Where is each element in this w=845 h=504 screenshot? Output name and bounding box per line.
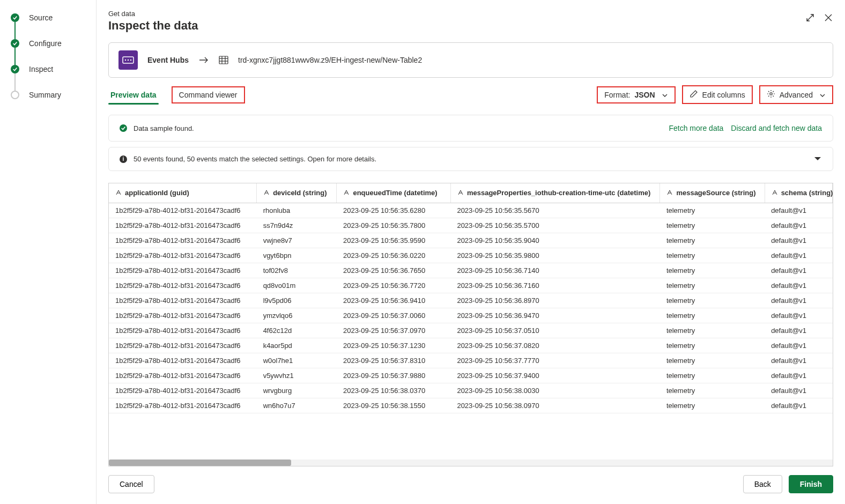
table-row[interactable]: 1b2f5f29-a78b-4012-bf31-2016473cadf6k4ao… <box>109 338 833 353</box>
tab-preview-data[interactable]: Preview data <box>108 86 159 103</box>
table-cell: default@v1 <box>765 338 832 353</box>
advanced-dropdown[interactable]: Advanced <box>759 85 833 104</box>
table-cell: k4aor5pd <box>257 338 337 353</box>
column-header[interactable]: messageSource (string) <box>660 183 765 203</box>
table-cell: default@v1 <box>765 218 832 233</box>
table-cell: 2023-09-25 10:56:38.1550 <box>337 398 450 413</box>
source-name: Event Hubs <box>147 56 189 64</box>
format-dropdown[interactable]: Format: JSON <box>597 86 675 103</box>
format-value: JSON <box>634 91 655 99</box>
table-cell: 1b2f5f29-a78b-4012-bf31-2016473cadf6 <box>109 233 257 248</box>
table-cell: 2023-09-25 10:56:38.0970 <box>450 398 659 413</box>
gear-icon <box>767 90 775 100</box>
data-table: applicationId (guid)deviceId (string)enq… <box>108 183 833 466</box>
table-row[interactable]: 1b2f5f29-a78b-4012-bf31-2016473cadf6vwjn… <box>109 233 833 248</box>
svg-point-1 <box>125 60 126 61</box>
footer: Cancel Back Finish <box>108 466 833 504</box>
step-label: Source <box>29 13 53 22</box>
page-title: Inspect the data <box>108 19 198 33</box>
arrow-right-icon <box>198 56 209 64</box>
table-row[interactable]: 1b2f5f29-a78b-4012-bf31-2016473cadf6wn6h… <box>109 398 833 413</box>
table-cell: vgyt6bpn <box>257 248 337 263</box>
table-cell: rhonluba <box>257 203 337 218</box>
back-button[interactable]: Back <box>743 475 782 493</box>
column-header[interactable]: schema (string) <box>765 183 832 203</box>
table-cell: v5ywvhz1 <box>257 368 337 383</box>
table-cell: 1b2f5f29-a78b-4012-bf31-2016473cadf6 <box>109 383 257 398</box>
source-bar: Event Hubs trd-xgnxc7jjgt881wwv8w.z9/EH-… <box>108 42 833 78</box>
table-cell: 2023-09-25 10:56:36.8970 <box>450 293 659 308</box>
column-header[interactable]: applicationId (guid) <box>109 183 257 203</box>
column-type-icon <box>666 189 673 197</box>
expand-icon[interactable] <box>805 13 815 24</box>
check-icon <box>120 124 127 132</box>
column-header[interactable]: messageProperties_iothub-creation-time-u… <box>450 183 659 203</box>
table-row[interactable]: 1b2f5f29-a78b-4012-bf31-2016473cadf6ymzv… <box>109 308 833 323</box>
tab-command-viewer[interactable]: Command viewer <box>172 86 245 103</box>
edit-columns-label: Edit columns <box>702 91 745 99</box>
table-cell: 1b2f5f29-a78b-4012-bf31-2016473cadf6 <box>109 293 257 308</box>
table-cell: 2023-09-25 10:56:35.9590 <box>337 233 450 248</box>
table-cell: telemetry <box>660 368 765 383</box>
table-cell: 2023-09-25 10:56:38.0030 <box>450 383 659 398</box>
table-cell: default@v1 <box>765 263 832 278</box>
table-cell: telemetry <box>660 338 765 353</box>
table-cell: telemetry <box>660 203 765 218</box>
table-cell: telemetry <box>660 323 765 338</box>
discard-link[interactable]: Discard and fetch new data <box>731 124 822 132</box>
table-cell: qd8vo01m <box>257 278 337 293</box>
caret-down-icon[interactable] <box>813 155 822 163</box>
table-row[interactable]: 1b2f5f29-a78b-4012-bf31-2016473cadf6rhon… <box>109 203 833 218</box>
cancel-button[interactable]: Cancel <box>108 475 154 493</box>
data-sample-banner: Data sample found. Fetch more data Disca… <box>108 115 833 142</box>
step-configure[interactable]: Configure <box>11 39 96 48</box>
step-source[interactable]: Source <box>11 13 96 22</box>
table-cell: default@v1 <box>765 323 832 338</box>
table-cell: 1b2f5f29-a78b-4012-bf31-2016473cadf6 <box>109 218 257 233</box>
column-header[interactable]: deviceId (string) <box>257 183 337 203</box>
table-row[interactable]: 1b2f5f29-a78b-4012-bf31-2016473cadf6ss7n… <box>109 218 833 233</box>
table-cell: tof02fv8 <box>257 263 337 278</box>
table-cell: 2023-09-25 10:56:37.9400 <box>450 368 659 383</box>
table-cell: default@v1 <box>765 308 832 323</box>
table-row[interactable]: 1b2f5f29-a78b-4012-bf31-2016473cadf6tof0… <box>109 263 833 278</box>
table-cell: 2023-09-25 10:56:36.7650 <box>337 263 450 278</box>
step-summary[interactable]: Summary <box>11 91 96 99</box>
table-cell: 2023-09-25 10:56:36.9410 <box>337 293 450 308</box>
table-cell: 2023-09-25 10:56:37.1230 <box>337 338 450 353</box>
table-cell: 2023-09-25 10:56:37.7770 <box>450 353 659 368</box>
column-header[interactable]: enqueuedTime (datetime) <box>337 183 450 203</box>
step-inspect[interactable]: Inspect <box>11 65 96 73</box>
close-icon[interactable] <box>824 13 833 24</box>
table-row[interactable]: 1b2f5f29-a78b-4012-bf31-2016473cadf64f62… <box>109 323 833 338</box>
events-info-bar[interactable]: i 50 events found, 50 events match the s… <box>108 147 833 171</box>
table-cell: wrvgburg <box>257 383 337 398</box>
column-type-icon <box>343 189 350 197</box>
table-cell: vwjne8v7 <box>257 233 337 248</box>
table-cell: 2023-09-25 10:56:37.9880 <box>337 368 450 383</box>
table-row[interactable]: 1b2f5f29-a78b-4012-bf31-2016473cadf6qd8v… <box>109 278 833 293</box>
tabs: Preview data Command viewer <box>108 86 258 103</box>
table-cell: telemetry <box>660 293 765 308</box>
table-cell: telemetry <box>660 383 765 398</box>
table-cell: ymzvlqo6 <box>257 308 337 323</box>
table-cell: telemetry <box>660 398 765 413</box>
table-row[interactable]: 1b2f5f29-a78b-4012-bf31-2016473cadf6w0ol… <box>109 353 833 368</box>
column-type-icon <box>263 189 270 197</box>
check-icon <box>11 13 19 22</box>
fetch-more-link[interactable]: Fetch more data <box>669 124 723 132</box>
table-row[interactable]: 1b2f5f29-a78b-4012-bf31-2016473cadf6wrvg… <box>109 383 833 398</box>
table-cell: 1b2f5f29-a78b-4012-bf31-2016473cadf6 <box>109 278 257 293</box>
check-icon <box>11 65 19 73</box>
horizontal-scrollbar[interactable] <box>109 459 833 466</box>
table-row[interactable]: 1b2f5f29-a78b-4012-bf31-2016473cadf6vgyt… <box>109 248 833 263</box>
table-cell: 1b2f5f29-a78b-4012-bf31-2016473cadf6 <box>109 248 257 263</box>
table-cell: 1b2f5f29-a78b-4012-bf31-2016473cadf6 <box>109 323 257 338</box>
table-row[interactable]: 1b2f5f29-a78b-4012-bf31-2016473cadf6v5yw… <box>109 368 833 383</box>
table-row[interactable]: 1b2f5f29-a78b-4012-bf31-2016473cadf6l9v5… <box>109 293 833 308</box>
finish-button[interactable]: Finish <box>789 475 833 493</box>
step-label: Inspect <box>29 65 53 73</box>
check-icon <box>11 39 19 48</box>
table-cell: 2023-09-25 10:56:36.7140 <box>450 263 659 278</box>
edit-columns-button[interactable]: Edit columns <box>682 85 753 104</box>
